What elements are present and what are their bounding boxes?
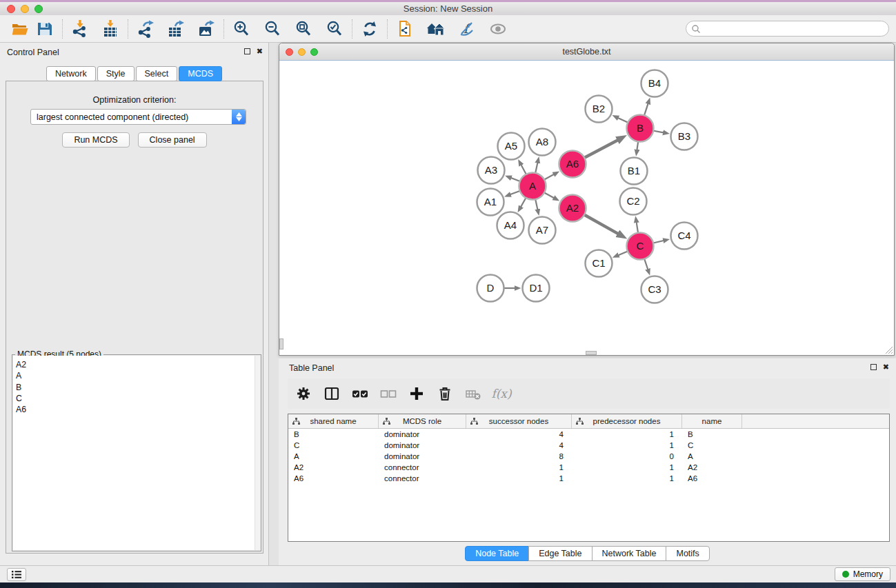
graph-node-C2[interactable]: C2 [620,188,647,215]
network-window-titlebar[interactable]: testGlobe.txt [279,43,894,61]
close-panel-icon[interactable]: ✖ [883,363,889,371]
graph-node-A[interactable]: A [519,173,546,200]
table-tab-network-table[interactable]: Network Table [592,546,667,561]
delete-table-button[interactable] [464,385,482,403]
network-canvas[interactable]: B4B2BB3A8A5A6B1A3AC2A1A2A4A7C4CC1C3DD1 [279,61,894,355]
mcds-result-item[interactable]: A [16,370,26,381]
zoom-in-button[interactable] [231,19,252,39]
hide-labels-button[interactable]: f [457,19,477,39]
table-tab-motifs[interactable]: Motifs [666,546,709,561]
function-builder-button[interactable]: f(x) [492,385,510,403]
table-body: Bdominator41BCdominator41CAdominator80AA… [288,429,889,484]
graph-node-D1[interactable]: D1 [523,275,550,302]
graph-node-B[interactable]: B [627,115,654,142]
zoom-out-button[interactable] [262,19,283,39]
import-table-button[interactable] [100,19,121,39]
float-panel-icon[interactable] [244,48,250,54]
graph-node-B2[interactable]: B2 [586,96,613,123]
graph-node-A4[interactable]: A4 [497,212,524,239]
graph-node-B1[interactable]: B1 [621,158,648,185]
table-row[interactable]: Adominator80A [288,451,889,462]
graph-node-A1[interactable]: A1 [477,189,504,216]
select-all-button[interactable] [351,385,369,403]
column-header-predecessor-nodes[interactable]: predecessor nodes [572,414,682,428]
graph-edge-A6-B[interactable] [583,140,618,159]
export-image-button[interactable] [196,19,217,39]
run-mcds-button[interactable]: Run MCDS [62,132,129,148]
add-column-button[interactable] [408,385,426,403]
mcds-result-item[interactable]: B [16,382,26,393]
column-header-MCDS-role[interactable]: MCDS role [379,414,466,428]
tab-style[interactable]: Style [97,66,135,81]
graph-node-C[interactable]: C [627,233,654,260]
graph-node-A7[interactable]: A7 [529,217,556,244]
refresh-button[interactable] [359,19,380,39]
close-panel-icon[interactable]: ✖ [257,48,263,55]
column-header-empty [742,414,889,428]
float-panel-icon[interactable] [870,364,877,370]
tab-network[interactable]: Network [46,66,96,81]
table-tab-node-table[interactable]: Node Table [465,546,529,561]
toolbar-divider [352,19,352,39]
delete-column-button[interactable] [436,385,454,403]
table-settings-button[interactable] [295,385,312,403]
split-table-button[interactable] [323,385,341,403]
mcds-result-item[interactable]: C [16,393,26,404]
graph-node-B4[interactable]: B4 [641,70,668,97]
graph-node-D[interactable]: D [477,275,504,302]
mcds-result-item[interactable]: A6 [16,404,26,415]
table-row[interactable]: A6connector11A6 [288,473,889,484]
table-cell: A6 [288,473,379,484]
export-table-icon [167,20,185,38]
save-session-button[interactable] [34,19,55,39]
graph-node-C1[interactable]: C1 [586,250,613,277]
show-hide-button[interactable] [488,19,508,39]
resize-grip-icon[interactable] [884,345,893,354]
graph-node-A8[interactable]: A8 [529,129,556,156]
tab-mcds[interactable]: MCDS [179,66,222,81]
table-row[interactable]: Cdominator41C [288,440,889,451]
scrollbar[interactable] [255,356,260,550]
open-file-button[interactable] [10,19,30,39]
import-network-button[interactable] [70,19,90,39]
table-tab-edge-table[interactable]: Edge Table [528,546,592,561]
table-row[interactable]: A2connector11A2 [288,462,889,473]
graph-node-B3[interactable]: B3 [671,123,698,150]
table-cell: 1 [572,440,682,451]
save-session-icon [36,20,54,38]
plus-icon [409,386,424,401]
graph-node-A3[interactable]: A3 [478,157,505,184]
graph-node-C4[interactable]: C4 [671,223,698,250]
settings-gear-icon [296,386,311,401]
column-header-name[interactable]: name [682,414,742,428]
zoom-fit-button[interactable] [293,19,314,39]
table-cell: A2 [288,462,379,473]
table-cell: connector [379,462,466,473]
export-network-button[interactable] [135,19,156,39]
graph-node-C3[interactable]: C3 [641,276,668,303]
graph-edge-A2-C[interactable] [583,214,619,234]
horizontal-scrollbar-thumb[interactable] [586,351,597,355]
memory-button[interactable]: Memory [835,567,890,581]
deselect-all-button[interactable] [379,385,397,403]
column-header-successor-nodes[interactable]: successor nodes [466,414,572,428]
search-input[interactable] [701,24,888,34]
graph-node-A5[interactable]: A5 [498,133,525,160]
tab-select[interactable]: Select [136,66,178,81]
svg-text:A4: A4 [504,219,517,231]
criterion-dropdown[interactable]: largest connected component (directed) [30,109,246,125]
table-row[interactable]: Bdominator41B [288,429,889,440]
vertical-scrollbar-thumb[interactable] [279,338,283,349]
mcds-result-item[interactable]: A2 [16,359,26,370]
clone-network-button[interactable] [395,19,415,39]
export-table-button[interactable] [166,19,186,39]
graph-node-A6[interactable]: A6 [559,151,586,178]
home-networks-button[interactable] [426,19,446,39]
zoom-selected-button[interactable] [324,19,345,39]
show-panels-button[interactable] [7,568,26,581]
svg-text:C: C [637,240,644,252]
graph-node-A2[interactable]: A2 [559,195,586,222]
close-panel-button[interactable]: Close panel [138,132,207,148]
column-header-shared-name[interactable]: shared name [288,414,379,428]
search-box[interactable] [686,21,889,37]
